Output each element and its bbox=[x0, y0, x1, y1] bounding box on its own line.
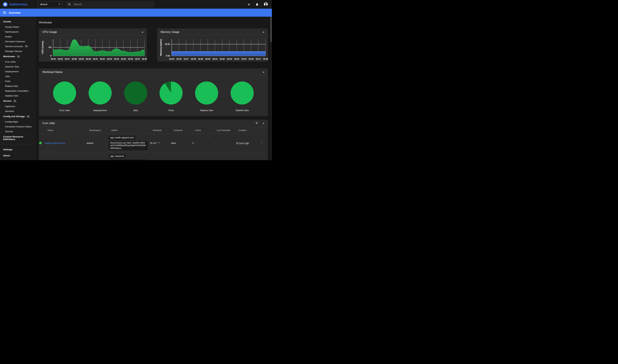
column-header-created[interactable]: Created↑ bbox=[238, 129, 261, 131]
sidebar-section-custom-resource-definitions[interactable]: Custom Resource Definitions bbox=[0, 134, 36, 142]
relative-time[interactable]: 16 hours ago bbox=[236, 142, 249, 145]
bell-icon bbox=[255, 3, 259, 6]
workload-pie-cron-jobs[interactable]: Cron Jobs bbox=[52, 81, 78, 112]
column-header-labels[interactable]: Labels bbox=[111, 129, 153, 131]
svg-text:18:40: 18:40 bbox=[86, 58, 91, 60]
sidebar-item-deployments[interactable]: Deployments bbox=[0, 69, 36, 74]
row-menu-button[interactable]: ⋮ bbox=[258, 142, 265, 145]
cron-jobs-title: Cron Jobs bbox=[42, 122, 55, 125]
create-resource-button[interactable]: + bbox=[248, 2, 250, 7]
search-bar[interactable] bbox=[65, 1, 154, 8]
collapse-icon[interactable] bbox=[263, 71, 264, 73]
relative-time[interactable]: - bbox=[214, 142, 215, 145]
workload-pie-jobs[interactable]: Jobs bbox=[123, 81, 149, 112]
check-circle-icon bbox=[39, 142, 42, 144]
workload-pie-replica-sets[interactable]: Replica Sets bbox=[194, 81, 220, 112]
workload-pie-deployments[interactable]: Deployments bbox=[87, 81, 113, 112]
account-icon[interactable] bbox=[264, 2, 268, 6]
svg-text:0.5: 0.5 bbox=[49, 46, 52, 49]
chevron-down-icon bbox=[59, 4, 60, 5]
collapse-icon[interactable] bbox=[263, 123, 264, 124]
sidebar-section-cluster[interactable]: Cluster bbox=[0, 19, 36, 25]
kubernetes-dashboard: kubernetes default + Overview Clu bbox=[0, 0, 272, 160]
sidebar-item-replica-sets[interactable]: Replica Sets bbox=[0, 84, 36, 88]
scrollbar-track[interactable] bbox=[270, 17, 272, 160]
sidebar-item-config-maps[interactable]: Config Maps bbox=[0, 119, 36, 124]
svg-text:18:40: 18:40 bbox=[205, 58, 210, 60]
namespace-value: default bbox=[40, 3, 47, 6]
sidebar-section-config-and-storage[interactable]: Config and StorageN bbox=[0, 114, 36, 119]
column-header-schedule[interactable]: Schedule bbox=[153, 129, 174, 131]
pie-label: Cron Jobs bbox=[59, 109, 70, 112]
svg-text:18:42: 18:42 bbox=[220, 58, 225, 60]
menu-button[interactable] bbox=[3, 11, 6, 14]
search-input[interactable] bbox=[74, 3, 152, 6]
workload-pie-pods[interactable]: Pods bbox=[158, 81, 184, 112]
sidebar-section-service[interactable]: ServiceN bbox=[0, 98, 36, 104]
pie-label: Replica Sets bbox=[200, 109, 213, 112]
brand[interactable]: kubernetes bbox=[0, 1, 38, 7]
cell-labels: app: traefik-adguard-syncfluxcd.io/sync-… bbox=[108, 135, 150, 151]
sidebar-item-label: Ingresses bbox=[5, 105, 15, 108]
table-row-nextcloud: nextclouddefaultapp: nextcloudfluxcd.io/… bbox=[39, 152, 268, 160]
cron-table-body: traefik-adguard-syncdefaultapp: traefik-… bbox=[39, 134, 268, 160]
sidebar-item-label: Nodes bbox=[5, 35, 12, 38]
top-actions: + bbox=[248, 2, 272, 7]
sidebar-item-persistent-volume-claims[interactable]: Persistent Volume Claims bbox=[0, 124, 36, 129]
sidebar-item-service-accounts[interactable]: Service AccountsN bbox=[0, 44, 36, 49]
row-menu-button[interactable]: ⋮ bbox=[258, 160, 265, 160]
column-header-active[interactable]: Active bbox=[195, 129, 217, 131]
notifications-button[interactable] bbox=[255, 3, 259, 6]
sidebar-item-persistent-volumes[interactable]: Persistent Volumes bbox=[0, 39, 36, 44]
column-header-name[interactable]: Name bbox=[48, 129, 89, 131]
cronjob-link-traefik-adguard-sync[interactable]: traefik-adguard-sync bbox=[45, 142, 66, 144]
svg-text:18:46: 18:46 bbox=[249, 58, 253, 60]
sidebar-item-cluster-roles[interactable]: Cluster Roles bbox=[0, 25, 36, 29]
sidebar-item-daemon-sets[interactable]: Daemon Sets bbox=[0, 64, 36, 69]
sidebar-item-namespaces[interactable]: Namespaces bbox=[0, 29, 36, 34]
filter-icon[interactable] bbox=[255, 122, 258, 124]
namespace-select[interactable]: default bbox=[38, 1, 63, 7]
sidebar-item-stateful-sets[interactable]: Stateful Sets bbox=[0, 93, 36, 98]
svg-text:18:48: 18:48 bbox=[263, 58, 268, 60]
collapse-icon[interactable] bbox=[263, 31, 264, 33]
collapse-icon[interactable] bbox=[142, 31, 144, 33]
sidebar-item-pods[interactable]: Pods bbox=[0, 79, 36, 84]
svg-text:CPU (cores): CPU (cores) bbox=[41, 41, 44, 54]
cell-labels: app: nextcloudfluxcd.io/sync-gc-mark: sh… bbox=[108, 154, 150, 160]
sidebar-item-jobs[interactable]: Jobs bbox=[0, 74, 36, 79]
svg-text:Memory (bytes): Memory (bytes) bbox=[159, 39, 162, 56]
sidebar-item-services[interactable]: Services bbox=[0, 109, 36, 114]
sidebar-item-nodes[interactable]: Nodes bbox=[0, 34, 36, 39]
workload-pie-stateful-sets[interactable]: Stateful Sets bbox=[229, 81, 255, 112]
workload-status-card: Workload Status Cron JobsDeploymentsJobs… bbox=[39, 68, 268, 116]
label-chip: fluxcd.io/sync-gc-mark: sha256.oN63iwnCG… bbox=[108, 141, 148, 150]
sidebar-section-workloads[interactable]: WorkloadsN bbox=[0, 53, 36, 59]
svg-text:18:39: 18:39 bbox=[198, 58, 203, 60]
pie-chart bbox=[89, 81, 112, 104]
sidebar-item-settings[interactable]: Settings bbox=[0, 146, 36, 153]
svg-text:18:48: 18:48 bbox=[142, 58, 147, 60]
cell-namespace: default bbox=[87, 142, 108, 144]
svg-text:10 Gi: 10 Gi bbox=[165, 43, 170, 45]
column-header-suspend[interactable]: Suspend bbox=[174, 129, 195, 131]
scrollbar-thumb[interactable] bbox=[270, 17, 272, 42]
sidebar-item-label: Replica Sets bbox=[5, 85, 18, 87]
column-header-last-schedule[interactable]: Last Schedule bbox=[217, 129, 238, 131]
memory-card-title: Memory Usage bbox=[160, 30, 179, 34]
sidebar-item-cron-jobs[interactable]: Cron Jobs bbox=[0, 59, 36, 64]
sidebar-item-label: Deployments bbox=[5, 70, 19, 73]
sidebar-item-label: Stateful Sets bbox=[5, 94, 18, 97]
label-chip: fluxcd.io/sync-gc-mark: sha256.CTsuE_o_f… bbox=[108, 159, 148, 160]
cpu-usage-card: CPU Usage 00.518:3518:3618:3718:3818:391… bbox=[39, 28, 147, 62]
pie-chart bbox=[231, 81, 254, 104]
sidebar-item-ingresses[interactable]: Ingresses bbox=[0, 104, 36, 109]
sidebar-item-secrets[interactable]: Secrets bbox=[0, 129, 36, 134]
sidebar-item-label: Persistent Volume Claims bbox=[5, 125, 32, 128]
sidebar-item-storage-classes[interactable]: Storage Classes bbox=[0, 49, 36, 53]
column-header-namespace[interactable]: Namespace bbox=[89, 129, 111, 131]
sidebar-item-about[interactable]: About bbox=[0, 153, 36, 159]
logo-text: kubernetes bbox=[10, 2, 27, 6]
sidebar-item-label: Storage Classes bbox=[5, 50, 22, 52]
sidebar-item-replication-controllers[interactable]: Replication Controllers bbox=[0, 88, 36, 93]
